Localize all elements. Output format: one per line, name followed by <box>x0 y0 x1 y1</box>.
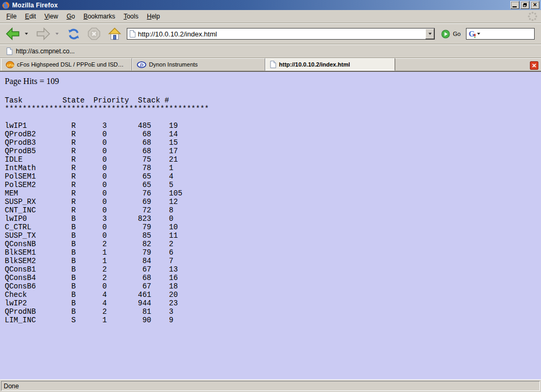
menu-item-bookmarks[interactable]: Bookmarks <box>79 11 119 22</box>
browser-window: Mozilla Firefox × File Edit View Go Book… <box>0 0 541 392</box>
status-text: Done <box>1 381 540 391</box>
cfos-icon: cFos <box>6 60 14 69</box>
menu-item-file[interactable]: File <box>2 11 21 22</box>
page-icon <box>6 48 13 55</box>
minimize-icon <box>512 6 517 7</box>
throbber-icon <box>527 11 538 22</box>
home-icon <box>107 27 122 41</box>
forward-button[interactable] <box>35 25 52 43</box>
minimize-button[interactable] <box>510 1 519 9</box>
menu-item-help[interactable]: Help <box>143 11 164 22</box>
google-icon: G <box>468 30 477 38</box>
menu-item-view[interactable]: View <box>40 11 62 22</box>
page-hits-text: Page Hits = 109 <box>5 77 59 86</box>
chevron-down-icon <box>55 33 59 35</box>
back-button[interactable] <box>4 25 21 43</box>
go-icon <box>441 30 450 39</box>
url-dropdown-button[interactable] <box>425 29 434 39</box>
go-label: Go <box>453 31 461 37</box>
tab-label: http://10.0.10.2/index.html <box>279 61 350 68</box>
reload-button[interactable] <box>66 25 82 43</box>
close-icon: ✕ <box>531 63 536 68</box>
dynon-icon: D <box>137 61 146 68</box>
menu-item-edit[interactable]: Edit <box>21 11 40 22</box>
forward-dropdown-button[interactable] <box>53 25 61 43</box>
close-icon: × <box>533 2 537 8</box>
menu-bar: File Edit View Go Bookmarks Tools Help <box>0 10 541 23</box>
firefox-logo-icon <box>2 1 10 10</box>
back-dropdown-button[interactable] <box>22 25 31 43</box>
svg-text:D: D <box>139 62 144 67</box>
restore-button[interactable] <box>520 1 529 9</box>
chevron-down-icon <box>477 33 480 35</box>
bookmark-label: http://as.cmpnet.co... <box>16 48 74 55</box>
svg-text:G: G <box>469 30 475 38</box>
stop-icon <box>87 27 101 41</box>
status-bar: Done <box>0 379 541 392</box>
url-input[interactable] <box>138 29 425 39</box>
search-input[interactable] <box>482 30 541 38</box>
stop-button[interactable] <box>86 25 102 43</box>
search-box[interactable]: G <box>466 28 535 40</box>
tab-index-html[interactable]: http://10.0.10.2/index.html <box>265 58 395 71</box>
page-content: Page Hits = 109 Task State Priority Stac… <box>0 72 541 379</box>
chevron-down-icon <box>428 33 432 35</box>
title-bar: Mozilla Firefox × <box>0 0 541 10</box>
forward-arrow-icon <box>36 26 51 41</box>
close-button[interactable]: × <box>530 1 539 9</box>
restore-icon <box>523 3 527 7</box>
menu-item-tools[interactable]: Tools <box>119 11 143 22</box>
task-table: Task State Priority Stack # ************… <box>5 96 209 324</box>
tab-dynon[interactable]: D Dynon Instruments <box>132 58 265 71</box>
bookmarks-toolbar: http://as.cmpnet.co... <box>0 44 541 58</box>
reload-icon <box>67 27 81 41</box>
menu-item-go[interactable]: Go <box>62 11 79 22</box>
navigation-toolbar: Go G <box>0 23 541 44</box>
tab-cfos[interactable]: cFos cFos Highspeed DSL / PPPoE und ISDN… <box>1 58 132 71</box>
go-button[interactable]: Go <box>439 30 465 39</box>
url-bar <box>127 28 435 40</box>
back-arrow-icon <box>5 26 20 41</box>
page-icon <box>129 30 136 38</box>
home-button[interactable] <box>106 25 123 43</box>
tab-label: Dynon Instruments <box>149 61 198 68</box>
tab-close-button[interactable]: ✕ <box>530 61 538 70</box>
tab-label: cFos Highspeed DSL / PPPoE und ISDN CAP.… <box>17 61 127 68</box>
bookmark-item[interactable]: http://as.cmpnet.co... <box>4 46 77 56</box>
page-icon <box>270 61 276 68</box>
window-title: Mozilla Firefox <box>12 2 58 9</box>
tab-bar: cFos cFos Highspeed DSL / PPPoE und ISDN… <box>0 58 541 72</box>
svg-text:cFos: cFos <box>7 63 14 68</box>
chevron-down-icon <box>25 33 28 35</box>
